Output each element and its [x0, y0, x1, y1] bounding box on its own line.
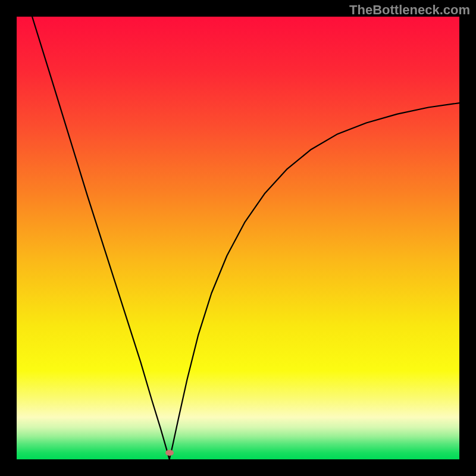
curve-line: [17, 17, 459, 459]
attribution-text: TheBottleneck.com: [349, 2, 470, 18]
plot-area: [17, 17, 459, 459]
minimum-marker: [165, 450, 174, 456]
chart-container: TheBottleneck.com: [0, 0, 476, 476]
